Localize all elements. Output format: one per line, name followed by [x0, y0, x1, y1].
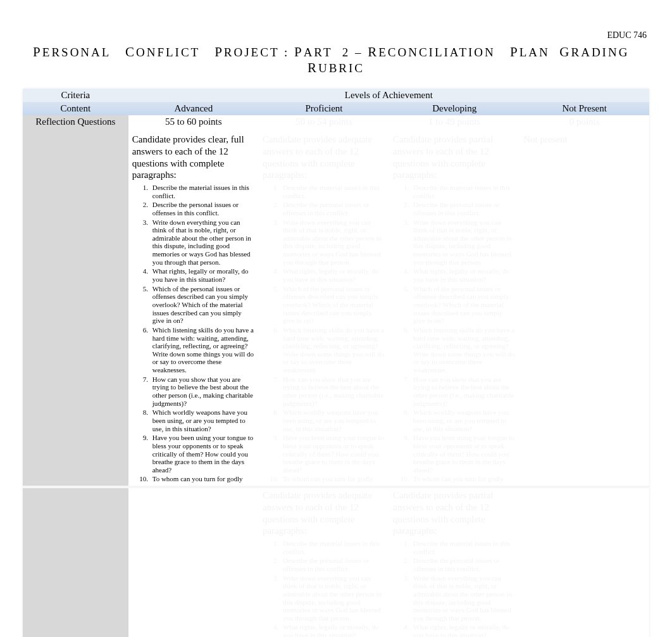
question-item: Write down everything you can think of t…: [150, 218, 255, 267]
question-item: How can you show that you are trying to …: [280, 375, 385, 408]
course-code: EDUC 746: [23, 30, 649, 41]
question-item: Which listening skills do you have a har…: [150, 326, 255, 374]
title-cap: G: [559, 44, 571, 60]
intro-text: Candidate provides clear, full answers t…: [132, 134, 255, 181]
question-item: Have you been using your tongue to bless…: [150, 434, 255, 474]
title-cap: R: [308, 60, 318, 75]
question-item: Write down everything you can think of t…: [280, 218, 385, 267]
question-item: What rights, legally or morally, do you …: [411, 623, 516, 637]
question-item: Describe the personal issues or offenses…: [411, 557, 516, 572]
content-header: Content: [23, 102, 128, 115]
question-list: Describe the material issues in this con…: [411, 539, 516, 637]
advanced-header: Advanced: [128, 102, 259, 115]
title-text: UBRIC: [318, 61, 364, 75]
developing-cell: Candidate provides partial answers to ea…: [389, 488, 520, 637]
title-cap: C: [125, 44, 136, 60]
proficient-cell: 50 to 54 points Candidate provides adequ…: [259, 115, 389, 486]
question-item: Write down everything you can think of t…: [280, 574, 385, 622]
advanced-cell: 55 to 60 points Candidate provides clear…: [128, 115, 259, 486]
question-item: Describe the personal issues or offenses…: [150, 201, 255, 217]
question-list: Describe the material issues in this con…: [150, 184, 255, 483]
intro-text: Candidate provides adequate answers to e…: [263, 489, 385, 537]
question-item: Describe the material issues in this con…: [411, 184, 516, 199]
points-text: 0 points: [523, 117, 645, 127]
question-item: Describe the personal issues or offenses…: [280, 201, 385, 217]
question-item: Have you been using your tongue to bless…: [280, 434, 385, 474]
question-item: Which worldly weapons have you been usin…: [411, 408, 516, 432]
question-item: To whom can you turn for godly: [411, 475, 516, 483]
question-item: To whom can you turn for godly: [150, 475, 255, 483]
title-cap: P: [510, 44, 520, 60]
question-list: Describe the material issues in this con…: [411, 184, 516, 483]
rubric-table: Criteria Levels of Achievement Content A…: [23, 89, 649, 637]
question-list: Describe the material issues in this con…: [280, 184, 385, 483]
question-item: Write down everything you can think of t…: [411, 574, 516, 622]
points-text: 1 to 49 points: [393, 117, 516, 127]
question-item: Write down everything you can think of t…: [411, 218, 516, 267]
question-item: Describe the material issues in this con…: [411, 539, 516, 555]
question-item: Which worldly weapons have you been usin…: [150, 408, 255, 432]
question-item: What rights, legally or morally, do you …: [150, 267, 255, 283]
title-text: ERSONAL: [42, 46, 111, 59]
question-item: Describe the personal issues or offenses…: [411, 201, 516, 217]
question-item: What rights, legally or morally, do you …: [280, 267, 385, 283]
question-item: How can you show that you are trying to …: [150, 375, 255, 408]
developing-cell: 1 to 49 points Candidate provides partia…: [389, 115, 520, 486]
header-row-1: Criteria Levels of Achievement: [23, 89, 649, 102]
title-text: ART: [304, 46, 333, 59]
question-item: Which listening skills do you have a har…: [411, 326, 516, 374]
title-text: ROJECT: [224, 46, 279, 59]
question-item: Which worldly weapons have you been usin…: [280, 408, 385, 432]
question-item: Which of the personal issues or offenses…: [150, 285, 255, 325]
advanced-cell: [128, 488, 259, 637]
points-text: 55 to 60 points: [132, 117, 255, 127]
header-row-2: Content Advanced Proficient Developing N…: [23, 102, 649, 115]
rubric-row: Reflection Questions 55 to 60 points Can…: [23, 115, 649, 486]
question-item: Describe the material issues in this con…: [150, 184, 255, 199]
title-cap: R: [368, 44, 378, 60]
question-item: What rights, legally or morally, do you …: [411, 267, 516, 283]
title-dash: –: [355, 46, 363, 59]
criteria-cell: [23, 488, 128, 637]
proficient-header: Proficient: [259, 102, 389, 115]
title-num: 2: [342, 46, 351, 59]
rubric-row-continued: Candidate provides adequate answers to e…: [23, 488, 649, 637]
question-list: Describe the material issues in this con…: [280, 539, 385, 637]
not-present-header: Not Present: [520, 102, 649, 115]
developing-header: Developing: [389, 102, 520, 115]
question-item: How can you show that you are trying to …: [411, 375, 516, 408]
question-item: Which of the personal issues or offenses…: [411, 285, 516, 325]
intro-text: Candidate provides partial answers to ea…: [393, 489, 516, 537]
question-item: Which of the personal issues or offenses…: [280, 285, 385, 325]
title-colon: :: [284, 46, 289, 59]
criteria-header: Criteria: [23, 89, 128, 102]
question-item: What rights, legally or morally, do you …: [280, 623, 385, 637]
not-present-cell: 0 points Not present: [520, 115, 649, 486]
title-cap: P: [294, 44, 304, 60]
question-item: Have you been using your tongue to bless…: [411, 434, 516, 474]
points-text: 50 to 54 points: [263, 117, 385, 127]
question-item: Describe the material issues in this con…: [280, 539, 385, 555]
title-cap: P: [215, 44, 224, 60]
page-title: PERSONAL CONFLICT PROJECT : PART 2 – REC…: [23, 44, 649, 76]
question-item: To whom can you turn for godly: [280, 475, 385, 483]
title-text: RADING: [571, 46, 629, 59]
title-cap: P: [33, 44, 42, 60]
intro-text: Not present: [523, 134, 645, 146]
question-item: Which listening skills do you have a har…: [280, 326, 385, 374]
criteria-cell: Reflection Questions: [23, 115, 128, 486]
intro-text: Candidate provides adequate answers to e…: [263, 134, 385, 181]
question-item: Describe the personal issues or offenses…: [280, 557, 385, 572]
title-text: ONFLICT: [136, 46, 200, 59]
intro-text: Candidate provides partial answers to ea…: [393, 134, 516, 181]
not-present-cell: [520, 488, 649, 637]
levels-header: Levels of Achievement: [128, 89, 649, 102]
title-text: ECONCILIATION: [378, 46, 495, 59]
title-text: LAN: [520, 46, 550, 59]
question-item: Describe the material issues in this con…: [280, 184, 385, 199]
proficient-cell: Candidate provides adequate answers to e…: [259, 488, 389, 637]
